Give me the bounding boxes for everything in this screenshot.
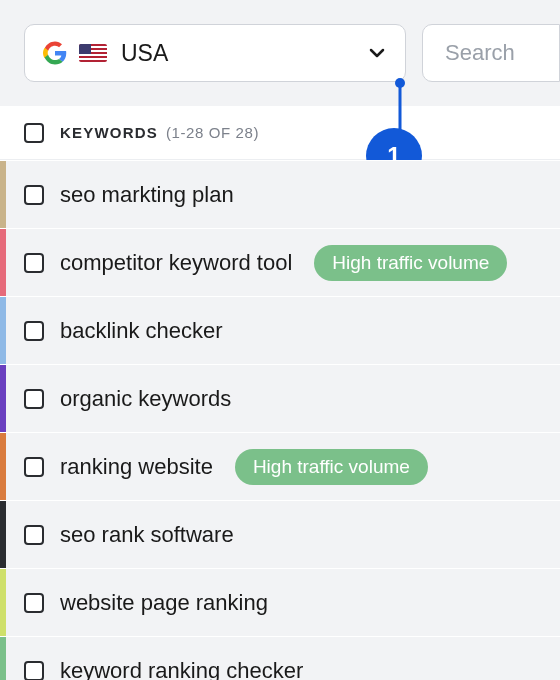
list-header: KEYWORDS (1-28 OF 28) <box>0 106 560 160</box>
region-label: USA <box>121 40 168 67</box>
row-checkbox[interactable] <box>24 593 44 613</box>
keyword-text: ranking website <box>60 454 213 480</box>
traffic-badge: High traffic volume <box>235 449 428 485</box>
row-checkbox[interactable] <box>24 253 44 273</box>
keyword-text: competitor keyword tool <box>60 250 292 276</box>
row-checkbox[interactable] <box>24 185 44 205</box>
keyword-row[interactable]: seo markting plan <box>0 160 560 228</box>
row-checkbox[interactable] <box>24 525 44 545</box>
keyword-row[interactable]: seo rank software <box>0 500 560 568</box>
keyword-row[interactable]: ranking websiteHigh traffic volume <box>0 432 560 500</box>
search-placeholder: Search <box>445 40 515 66</box>
google-icon <box>43 41 67 65</box>
search-input[interactable]: Search <box>422 24 560 82</box>
list-count: (1-28 OF 28) <box>166 124 259 141</box>
chevron-down-icon <box>367 43 387 63</box>
row-checkbox[interactable] <box>24 457 44 477</box>
keyword-row[interactable]: website page ranking <box>0 568 560 636</box>
keyword-text: seo rank software <box>60 522 234 548</box>
keyword-row[interactable]: organic keywords <box>0 364 560 432</box>
keyword-text: keyword ranking checker <box>60 658 303 681</box>
row-checkbox[interactable] <box>24 661 44 681</box>
row-checkbox[interactable] <box>24 321 44 341</box>
keyword-text: backlink checker <box>60 318 223 344</box>
svg-rect-5 <box>79 44 91 54</box>
keyword-text: seo markting plan <box>60 182 234 208</box>
list-title: KEYWORDS <box>60 124 158 141</box>
region-select[interactable]: USA <box>24 24 406 82</box>
keyword-row[interactable]: competitor keyword toolHigh traffic volu… <box>0 228 560 296</box>
svg-rect-3 <box>79 54 107 56</box>
row-checkbox[interactable] <box>24 389 44 409</box>
keyword-row[interactable]: backlink checker <box>0 296 560 364</box>
usa-flag-icon <box>79 44 107 62</box>
traffic-badge: High traffic volume <box>314 245 507 281</box>
keyword-row[interactable]: keyword ranking checker <box>0 636 560 680</box>
select-all-checkbox[interactable] <box>24 123 44 143</box>
svg-rect-4 <box>79 58 107 60</box>
keyword-text: organic keywords <box>60 386 231 412</box>
keyword-text: website page ranking <box>60 590 268 616</box>
